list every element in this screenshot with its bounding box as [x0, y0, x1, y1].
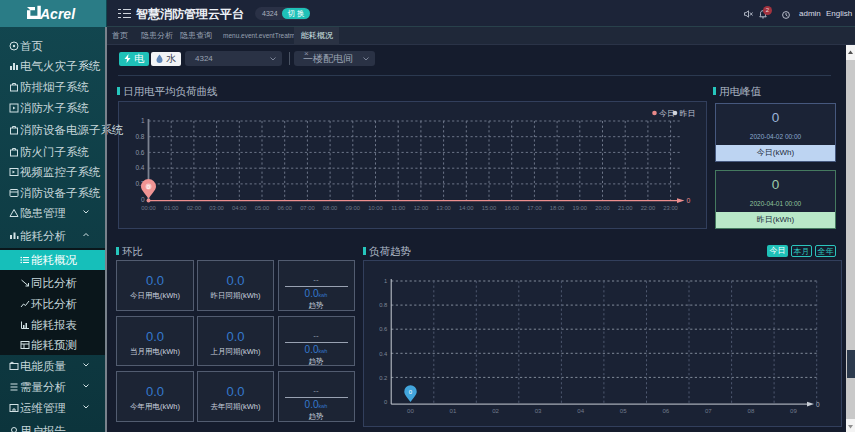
svg-text:0: 0 — [384, 399, 387, 405]
svg-text:Acrel: Acrel — [39, 6, 76, 22]
svg-text:00:00: 00:00 — [141, 205, 156, 211]
svg-text:07: 07 — [705, 407, 712, 414]
svg-text:16:00: 16:00 — [504, 205, 519, 211]
svg-text:20:00: 20:00 — [595, 205, 610, 211]
svg-text:02:00: 02:00 — [187, 205, 202, 211]
svg-text:18:00: 18:00 — [550, 205, 565, 211]
svg-text:0: 0 — [687, 197, 691, 204]
svg-text:13:00: 13:00 — [436, 205, 451, 211]
svg-text:08:00: 08:00 — [323, 205, 338, 211]
svg-text:08: 08 — [748, 407, 755, 414]
svg-text:03:00: 03:00 — [209, 205, 224, 211]
svg-text:05: 05 — [620, 407, 627, 414]
svg-text:01: 01 — [450, 407, 457, 414]
svg-text:1: 1 — [384, 278, 387, 284]
svg-text:05:00: 05:00 — [255, 205, 270, 211]
svg-text:0.8: 0.8 — [379, 302, 387, 308]
svg-text:0.2: 0.2 — [379, 375, 387, 381]
svg-text:19:00: 19:00 — [573, 205, 588, 211]
svg-text:06:00: 06:00 — [277, 205, 292, 211]
svg-text:0: 0 — [816, 401, 820, 408]
svg-text:14:00: 14:00 — [459, 205, 474, 211]
svg-text:0.6: 0.6 — [379, 326, 387, 332]
svg-text:17:00: 17:00 — [527, 205, 542, 211]
svg-text:03: 03 — [535, 407, 542, 414]
svg-text:22:00: 22:00 — [641, 205, 656, 211]
svg-text:10:00: 10:00 — [368, 205, 383, 211]
svg-text:0: 0 — [141, 196, 145, 203]
svg-text:11:00: 11:00 — [391, 205, 405, 211]
svg-text:今日: 今日 — [659, 109, 675, 118]
svg-text:23:00: 23:00 — [663, 205, 678, 211]
svg-text:1: 1 — [141, 117, 145, 124]
svg-text:0.6: 0.6 — [135, 149, 144, 156]
svg-text:02: 02 — [492, 407, 499, 414]
svg-text:0.4: 0.4 — [135, 164, 144, 171]
svg-text:09:00: 09:00 — [346, 205, 361, 211]
svg-text:04: 04 — [577, 407, 584, 414]
svg-text:04:00: 04:00 — [232, 205, 247, 211]
svg-text:09: 09 — [790, 407, 797, 414]
svg-text:00: 00 — [407, 407, 414, 414]
svg-text:0.8: 0.8 — [135, 133, 144, 140]
svg-text:昨日: 昨日 — [680, 109, 696, 118]
svg-text:12:00: 12:00 — [414, 205, 429, 211]
svg-text:0.4: 0.4 — [379, 351, 388, 357]
svg-text:21:00: 21:00 — [618, 205, 633, 211]
svg-text:01:00: 01:00 — [164, 205, 179, 211]
svg-text:06: 06 — [662, 407, 669, 414]
svg-text:07:00: 07:00 — [300, 205, 315, 211]
svg-text:15:00: 15:00 — [482, 205, 497, 211]
